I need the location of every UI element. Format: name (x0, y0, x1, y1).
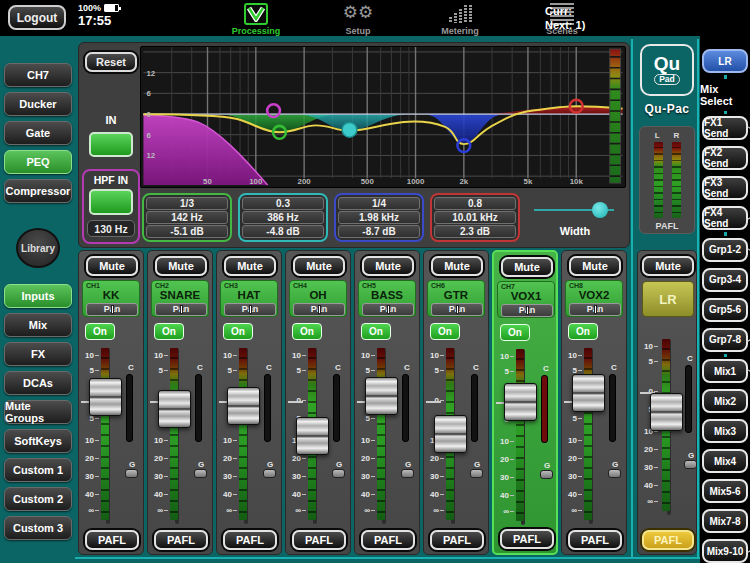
gain-button[interactable] (540, 470, 553, 479)
sidebar-item-compressor[interactable]: Compressor (4, 179, 72, 203)
channel-strip-vox2[interactable]: MuteCH8VOX2PanOn1050510203040∞CGPAFL (561, 250, 627, 555)
fader-knob[interactable] (296, 417, 329, 455)
peq-in-button[interactable] (89, 132, 133, 157)
sidebar-item-inputs[interactable]: Inputs (4, 284, 72, 308)
on-button[interactable]: On (568, 323, 598, 340)
eq-band-3-button[interactable]: 1/41.98 kHz-8.7 dB (334, 193, 424, 242)
band2-handle[interactable] (342, 122, 357, 137)
fader-knob[interactable] (365, 377, 398, 415)
eq-curve-graph[interactable]: 12606125010020050010002k5k10k (140, 46, 626, 188)
width-slider[interactable]: Width (526, 193, 624, 242)
pafl-button[interactable]: PAFL (361, 530, 415, 550)
eq-band-4-button[interactable]: 0.810.01 kHz2.3 dB (430, 193, 520, 242)
mute-button[interactable]: Mute (431, 256, 483, 276)
fader-knob[interactable] (504, 383, 537, 421)
gain-button[interactable] (263, 469, 276, 478)
channel-name-plate[interactable]: CH1KKPan (82, 280, 140, 317)
mute-button[interactable]: Mute (569, 256, 621, 276)
sidebar-item-mute-groups[interactable]: Mute Groups (4, 400, 72, 424)
library-button[interactable]: Library (16, 228, 60, 268)
pan-control[interactable]: Pan (569, 303, 621, 316)
pafl-button[interactable]: PAFL (292, 530, 346, 550)
pafl-button[interactable]: PAFL (85, 530, 139, 550)
mute-button[interactable]: Mute (224, 256, 276, 276)
eq-band-2-button[interactable]: 0.3386 Hz-4.8 dB (238, 193, 328, 242)
on-button[interactable]: On (223, 323, 253, 340)
channel-strip-oh[interactable]: MuteCH4OHPanOn1050510203040∞CGPAFL (285, 250, 351, 555)
fader-knob[interactable] (89, 378, 122, 416)
channel-strip-gtr[interactable]: MuteCH6GTRPanOn1050510203040∞CGPAFL (423, 250, 489, 555)
pan-control[interactable]: Pan (86, 303, 138, 316)
mix-select-lr-button[interactable]: LR (702, 49, 748, 73)
sidebar-item-mix[interactable]: Mix (4, 313, 72, 337)
lr-name-plate[interactable]: LR (642, 281, 694, 317)
grp-grp7-8[interactable]: Grp7-8 (702, 328, 748, 352)
lr-master-strip[interactable]: MuteLR1050510203040∞CGPAFL (637, 250, 697, 555)
sidebar-item-ducker[interactable]: Ducker (4, 92, 72, 116)
logout-button[interactable]: Logout (8, 5, 66, 30)
sidebar-item-peq[interactable]: PEQ (4, 150, 72, 174)
channel-name-plate[interactable]: CH2SNAREPan (151, 280, 209, 317)
sidebar-item-dcas[interactable]: DCAs (4, 371, 72, 395)
tab-setup[interactable]: ⚙⚙ Setup (327, 0, 389, 36)
tab-metering[interactable]: Metering (429, 0, 491, 36)
hpf-in-button[interactable] (89, 189, 133, 215)
mix-mix9-10[interactable]: Mix9-10 (702, 539, 748, 563)
sidebar-item-ch7[interactable]: CH7 (4, 63, 72, 87)
channel-name-plate[interactable]: CH6GTRPan (427, 280, 485, 317)
channel-name-plate[interactable]: CH8VOX2Pan (565, 280, 623, 317)
fader-knob[interactable] (572, 374, 605, 412)
mute-button[interactable]: Mute (362, 256, 414, 276)
pafl-button[interactable]: PAFL (568, 530, 622, 550)
on-button[interactable]: On (85, 323, 115, 340)
width-slider-knob[interactable] (592, 202, 608, 218)
channel-strip-bass[interactable]: MuteCH5BASSPanOn1050510203040∞CGPAFL (354, 250, 420, 555)
pafl-button[interactable]: PAFL (430, 530, 484, 550)
eq-band-1-button[interactable]: 1/3142 Hz-5.1 dB (142, 193, 232, 242)
pan-control[interactable]: Pan (224, 303, 276, 316)
channel-name-plate[interactable]: CH4OHPan (289, 280, 347, 317)
pafl-button[interactable]: PAFL (500, 529, 554, 549)
mix-mix7-8[interactable]: Mix7-8 (702, 509, 748, 533)
grp-grp1-2[interactable]: Grp1-2 (702, 238, 748, 262)
sidebar-item-custom-1[interactable]: Custom 1 (4, 458, 72, 482)
fader-knob[interactable] (158, 390, 191, 428)
pan-control[interactable]: Pan (431, 303, 483, 316)
pan-control[interactable]: Pan (501, 304, 553, 317)
fader-knob[interactable] (650, 393, 683, 431)
mix-mix3[interactable]: Mix3 (702, 419, 748, 443)
reset-button[interactable]: Reset (85, 52, 137, 72)
pan-control[interactable]: Pan (293, 303, 345, 316)
sidebar-item-custom-2[interactable]: Custom 2 (4, 487, 72, 511)
mix-mix5-6[interactable]: Mix5-6 (702, 479, 748, 503)
pan-control[interactable]: Pan (155, 303, 207, 316)
sidebar-item-softkeys[interactable]: SoftKeys (4, 429, 72, 453)
lr-mute-button[interactable]: Mute (642, 256, 694, 276)
pafl-button[interactable]: PAFL (223, 530, 277, 550)
gain-button[interactable] (470, 469, 483, 478)
grp-grp5-6[interactable]: Grp5-6 (702, 298, 748, 322)
mix-mix4[interactable]: Mix4 (702, 449, 748, 473)
fader-knob[interactable] (434, 415, 467, 453)
channel-name-plate[interactable]: CH7VOX1Pan (497, 281, 555, 318)
gain-button[interactable] (608, 469, 621, 478)
channel-strip-hat[interactable]: MuteCH3HATPanOn1050510203040∞CGPAFL (216, 250, 282, 555)
tab-processing[interactable]: Processing (225, 0, 287, 36)
on-button[interactable]: On (154, 323, 184, 340)
gain-button[interactable] (684, 460, 697, 469)
fx-send-fx4-send[interactable]: FX4 Send (702, 206, 748, 230)
lr-pafl-button[interactable]: PAFL (642, 530, 694, 550)
channel-name-plate[interactable]: CH5BASSPan (358, 280, 416, 317)
channel-name-plate[interactable]: CH3HATPan (220, 280, 278, 317)
on-button[interactable]: On (500, 324, 530, 341)
grp-grp3-4[interactable]: Grp3-4 (702, 268, 748, 292)
mute-button[interactable]: Mute (86, 256, 138, 276)
channel-strip-vox1[interactable]: MuteCH7VOX1PanOn1050510203040∞CGPAFL (492, 250, 558, 555)
sidebar-item-custom-3[interactable]: Custom 3 (4, 516, 72, 540)
fx-send-fx3-send[interactable]: FX3 Send (702, 176, 748, 200)
gain-button[interactable] (401, 469, 414, 478)
pan-control[interactable]: Pan (362, 303, 414, 316)
on-button[interactable]: On (361, 323, 391, 340)
sidebar-item-gate[interactable]: Gate (4, 121, 72, 145)
on-button[interactable]: On (292, 323, 322, 340)
